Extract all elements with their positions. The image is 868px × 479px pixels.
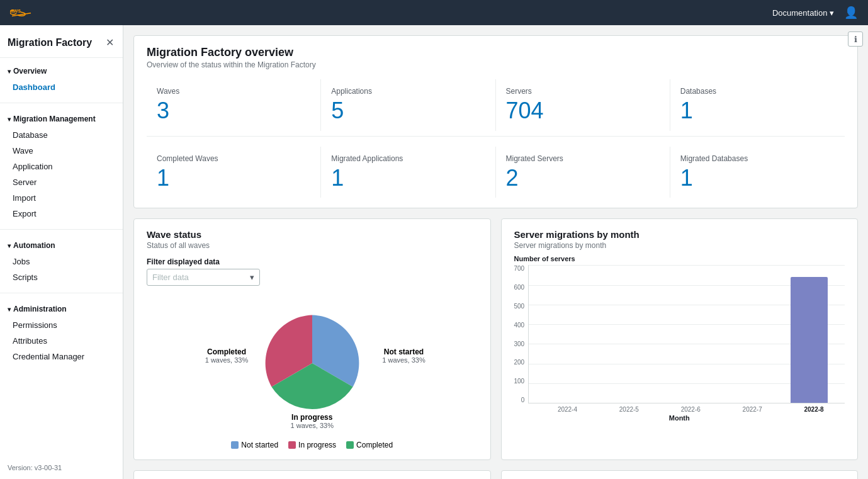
wave-status-title: Wave status: [147, 229, 478, 240]
completed-waves-value: 1: [157, 166, 310, 191]
bar-2022-8: [779, 277, 840, 403]
stat-completed-waves: Completed Waves 1: [147, 147, 321, 198]
filter-caret: ▾: [250, 273, 254, 282]
stat-migrated-databases: Migrated Databases 1: [670, 147, 845, 198]
sidebar-item-wave[interactable]: Wave: [0, 143, 123, 159]
filter-placeholder: Filter data: [152, 273, 189, 282]
stats-top-row: Waves 3 Applications 5 Servers 704 Datab…: [147, 79, 845, 131]
migration-section-header[interactable]: ▾ Migration Management: [0, 111, 123, 127]
sidebar-item-scripts[interactable]: Scripts: [0, 269, 123, 285]
sidebar-item-jobs[interactable]: Jobs: [0, 254, 123, 269]
stat-migrated-servers: Migrated Servers 2: [496, 147, 670, 198]
pie-legend: Not started In progress Completed: [231, 441, 393, 449]
overview-title: Migration Factory overview: [147, 46, 845, 59]
admin-section-label: Administration: [13, 305, 67, 313]
waves-value: 3: [157, 98, 310, 123]
migrated-apps-label: Migrated Applications: [331, 154, 485, 163]
documentation-label: Documentation: [772, 8, 827, 18]
sidebar-item-dashboard[interactable]: Dashboard: [0, 79, 123, 95]
admin-section-header[interactable]: ▾ Administration: [0, 301, 123, 317]
user-icon[interactable]: 👤: [844, 6, 858, 20]
pie-chart-container: Completed 1 waves, 33% Not started 1 wav…: [147, 291, 478, 449]
aws-logo[interactable]: aws: [10, 4, 33, 21]
bar-chart-plot: [528, 265, 845, 403]
sidebar-item-credential-manager[interactable]: Credential Manager: [0, 349, 123, 364]
sidebar-item-server[interactable]: Server: [0, 174, 123, 190]
charts-row: Wave status Status of all waves Filter d…: [133, 218, 858, 460]
x-label-2022-8: 2022-8: [783, 406, 845, 413]
bar-chart-container: Number of servers 700 600 500 400 300 20…: [514, 255, 845, 422]
stat-databases: Databases 1: [670, 79, 845, 131]
migrated-servers-label: Migrated Servers: [506, 154, 660, 163]
automation-section-label: Automation: [13, 241, 55, 250]
wave-status-card: Wave status Status of all waves Filter d…: [133, 218, 491, 460]
main-layout: Migration Factory ✕ ▾ Overview Dashboard…: [0, 25, 868, 479]
info-button[interactable]: ℹ: [848, 31, 863, 47]
overview-subtitle: Overview of the status within the Migrat…: [147, 60, 845, 69]
bar-chart-y-axis: 700 600 500 400 300 200 100 0: [514, 265, 529, 403]
server-environments-card: Server Environments Stage or environment…: [501, 470, 859, 479]
close-button[interactable]: ✕: [104, 35, 115, 50]
automation-section: ▾ Automation Jobs Scripts: [0, 232, 123, 290]
legend-not-started: Not started: [231, 441, 278, 449]
bar-chart-x-axis: 2022-4 2022-5 2022-6 2022-7 2022-8: [537, 403, 845, 413]
stat-migrated-apps: Migrated Applications 1: [321, 147, 495, 198]
x-axis-title: Month: [514, 414, 845, 422]
migrated-apps-value: 1: [331, 166, 485, 191]
sidebar-title: Migration Factory: [8, 37, 92, 48]
legend-in-progress: In progress: [288, 441, 336, 449]
server-migrations-subtitle: Server migrations by month: [514, 241, 845, 250]
overview-section: ▾ Overview Dashboard: [0, 58, 123, 100]
overview-section-label: Overview: [13, 67, 47, 76]
stat-applications: Applications 5: [321, 79, 495, 131]
x-label-2022-7: 2022-7: [721, 406, 783, 413]
server-migrations-title: Server migrations by month: [514, 229, 845, 240]
top-nav: aws Documentation ▾ 👤: [0, 0, 868, 25]
apps-value: 5: [331, 98, 485, 123]
pie-label-not-started: Not started 1 waves, 33%: [382, 347, 425, 364]
wave-status-subtitle: Status of all waves: [147, 241, 478, 250]
sidebar-item-application[interactable]: Application: [0, 159, 123, 174]
legend-dot-in-progress: [288, 441, 296, 449]
sidebar-item-permissions[interactable]: Permissions: [0, 317, 123, 333]
wave-filter-select[interactable]: Filter data ▾: [147, 269, 260, 286]
migration-section: ▾ Migration Management Database Wave App…: [0, 106, 123, 227]
databases-value: 1: [680, 98, 835, 123]
pie-label-in-progress: In progress 1 waves, 33%: [291, 413, 334, 429]
automation-section-header[interactable]: ▾ Automation: [0, 237, 123, 254]
server-migrations-card: Server migrations by month Server migrat…: [501, 218, 859, 460]
x-label-2022-6: 2022-6: [660, 406, 721, 413]
main-content: ℹ Migration Factory overview Overview of…: [123, 25, 868, 479]
x-label-2022-4: 2022-4: [537, 406, 599, 413]
stat-waves: Waves 3: [147, 79, 321, 131]
migrated-servers-value: 2: [506, 166, 660, 191]
completed-waves-label: Completed Waves: [157, 154, 310, 163]
servers-value: 704: [506, 98, 660, 123]
stats-bottom-row: Completed Waves 1 Migrated Applications …: [147, 147, 845, 198]
stat-servers: Servers 704: [496, 79, 670, 131]
sidebar-item-export[interactable]: Export: [0, 206, 123, 222]
wave-filter-section: Filter displayed data Filter data ▾: [147, 257, 478, 286]
admin-section: ▾ Administration Permissions Attributes …: [0, 296, 123, 369]
documentation-link[interactable]: Documentation ▾: [772, 8, 834, 18]
databases-label: Databases: [680, 87, 835, 96]
migrated-databases-value: 1: [680, 166, 835, 191]
wave-filter-label: Filter displayed data: [147, 257, 478, 266]
sidebar-item-database[interactable]: Database: [0, 127, 123, 143]
migrated-databases-label: Migrated Databases: [680, 154, 835, 163]
waves-label: Waves: [157, 87, 310, 96]
bottom-cards: Operating systems Operating Systems summ…: [133, 470, 858, 479]
svg-text:aws: aws: [11, 8, 21, 14]
migration-section-label: Migration Management: [13, 115, 96, 123]
legend-dot-not-started: [231, 441, 239, 449]
top-nav-right: Documentation ▾ 👤: [772, 6, 858, 20]
pie-label-completed: Completed 1 waves, 33%: [205, 347, 248, 364]
apps-label: Applications: [331, 87, 485, 96]
legend-dot-completed: [346, 441, 354, 449]
pie-chart-svg: [259, 310, 366, 417]
overview-section-header[interactable]: ▾ Overview: [0, 63, 123, 79]
sidebar-item-attributes[interactable]: Attributes: [0, 333, 123, 349]
x-label-2022-5: 2022-5: [598, 406, 660, 413]
sidebar-item-import[interactable]: Import: [0, 190, 123, 206]
overview-card: Migration Factory overview Overview of t…: [133, 35, 858, 208]
